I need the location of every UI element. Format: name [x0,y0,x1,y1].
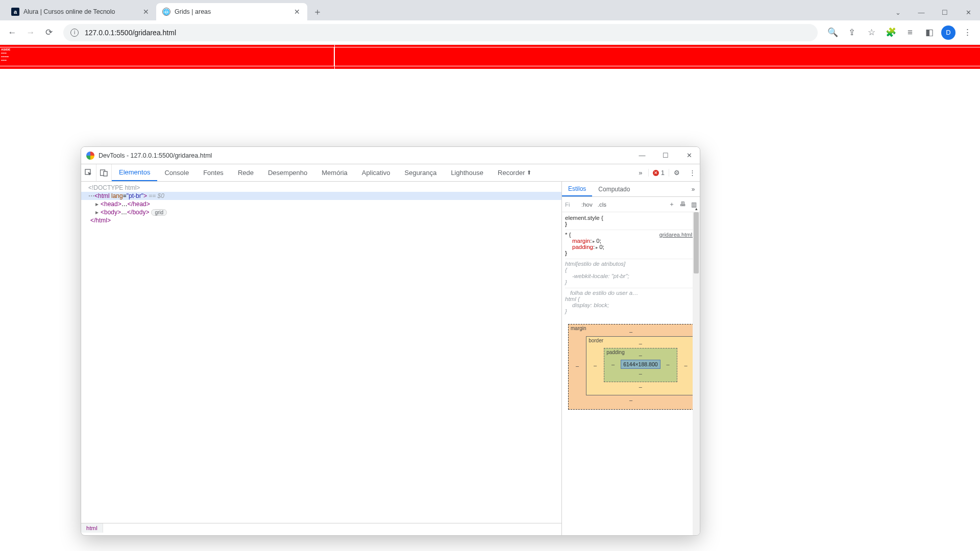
devtools-kebab-icon[interactable]: ⋮ [684,169,700,177]
rule-close: } [565,221,697,227]
site-info-icon[interactable]: i [70,29,79,37]
dom-doctype: <!DOCTYPE html> [81,184,561,192]
elements-panel: <!DOCTYPE html> ⋯<html lang="pt-br"> == … [81,182,562,535]
bookmark-icon[interactable]: ☆ [864,25,879,40]
profile-avatar[interactable]: D [941,26,955,40]
boxmodel-padding-label: padding [606,349,625,355]
boxmodel-content-size: 6144×188.800 [621,360,660,369]
grid-aside-cell: ASIDE▪▪▪▪▪▪▪▪▪▪▪▪▪▪▪▪▪ [0,47,335,66]
close-icon[interactable]: ✕ [293,8,301,16]
extensions-icon[interactable]: 🧩 [883,25,898,40]
device-toolbar-icon[interactable] [96,164,112,181]
tab-estilos[interactable]: Estilos [562,182,592,196]
reload-button[interactable]: ⟳ [42,26,56,40]
tab-desempenho[interactable]: Desempenho [261,164,314,181]
more-styles-tabs-icon[interactable]: » [687,182,700,196]
tab-fontes[interactable]: Fontes [196,164,231,181]
kebab-menu-icon[interactable]: ⋮ [960,25,975,40]
window-maximize-icon[interactable]: ☐ [660,152,671,159]
computed-toggle-icon[interactable]: 🖶 [680,201,686,208]
boxmodel-margin-label: margin [571,325,586,331]
scroll-up-icon[interactable]: ▴ [693,205,700,212]
settings-gear-icon[interactable]: ⚙ [669,169,684,177]
padding-right-value: – [666,361,671,367]
aside-heading: ASIDE [1,48,10,51]
dom-body[interactable]: ▸<body>…</body>grid [81,208,561,216]
scrollbar-thumb[interactable] [694,212,699,273]
devtools-panel-tabs: Elementos Console Fontes Rede Desempenho… [81,164,700,182]
more-panels-icon[interactable]: » [633,169,648,177]
tab-memoria[interactable]: Memória [314,164,355,181]
tab-lighthouse[interactable]: Lighthouse [444,164,491,181]
back-button[interactable]: ← [5,26,19,40]
new-style-rule-icon[interactable]: ＋ [669,201,675,208]
window-minimize-icon[interactable]: ― [910,4,933,20]
grid-badge[interactable]: grid [151,209,167,216]
dom-tree[interactable]: <!DOCTYPE html> ⋯<html lang="pt-br"> == … [81,182,561,523]
tab-aplicativo[interactable]: Aplicativo [355,164,398,181]
padding-bottom-value: – [610,370,670,377]
browser-tabstrip: a Alura | Cursos online de Tecnolo ✕ 🌐 G… [0,0,980,20]
tab-recorder[interactable]: Recorder⬆ [491,164,538,181]
error-counter[interactable]: ✕ 1 [648,169,669,177]
browser-tab-0[interactable]: a Alura | Cursos online de Tecnolo ✕ [5,3,156,20]
border-left-value: – [593,362,598,368]
window-maximize-icon[interactable]: ☐ [933,4,957,20]
devtools-title-text: DevTools - 127.0.0.1:5500/gridarea.html [99,152,212,159]
grid-main-cell [335,47,980,66]
dom-html-close: </html> [81,216,561,224]
share-icon[interactable]: ⇪ [844,25,860,40]
side-panel-icon[interactable]: ◧ [922,25,937,40]
svg-rect-2 [104,171,107,176]
styles-rules[interactable]: element.style { } gridarea.html:9 * { ma… [562,212,700,535]
border-top-value: – [593,340,688,346]
zoom-icon[interactable]: 🔍 [825,25,840,40]
hov-toggle[interactable]: :hov [581,202,593,208]
margin-top-value: – [576,329,686,335]
forward-button[interactable]: → [23,26,38,40]
tab-console[interactable]: Console [157,164,196,181]
new-tab-button[interactable]: ＋ [310,5,325,19]
boxmodel-border-label: border [589,338,603,343]
rule-html-selector: html { [565,296,697,302]
styles-filter-input[interactable]: Fi [565,202,576,208]
rule-html-attr: html[estilo de atributos] [565,261,697,267]
address-bar[interactable]: i 127.0.0.1:5500/gridarea.html [63,24,818,41]
tab-seguranca[interactable]: Segurança [398,164,444,181]
breadcrumb[interactable]: html [81,523,561,535]
cls-toggle[interactable]: .cls [598,202,606,208]
favicon-alura-icon: a [11,8,19,16]
dom-head[interactable]: ▸<head>…</head> [81,200,561,208]
chrome-logo-icon [86,152,94,160]
browser-tab-1[interactable]: 🌐 Grids | areas ✕ [156,3,307,20]
close-icon[interactable]: ✕ [142,8,150,16]
favicon-globe-icon: 🌐 [162,8,170,16]
window-minimize-icon[interactable]: ― [636,152,648,159]
margin-bottom-value: – [576,397,686,403]
tab-computado[interactable]: Computado [592,182,636,196]
devtools-titlebar[interactable]: DevTools - 127.0.0.1:5500/gridarea.html … [81,147,700,164]
window-close-icon[interactable]: ✕ [957,4,980,20]
error-dot-icon: ✕ [653,170,659,176]
devtools-window: DevTools - 127.0.0.1:5500/gridarea.html … [81,146,700,536]
rule-close: } [565,250,697,256]
box-model-diagram[interactable]: margin – – border – – padding [565,317,697,413]
chevron-down-icon[interactable]: ⌄ [886,4,910,20]
border-right-value: – [683,362,689,368]
rule-element-style: element.style { [565,215,697,221]
rule-close: } [565,279,697,285]
ua-stylesheet-label: folha de estilo do user a… [565,290,697,296]
tab-rede[interactable]: Rede [231,164,261,181]
error-count-text: 1 [661,169,665,177]
reading-list-icon[interactable]: ≡ [902,25,918,40]
tab-elementos[interactable]: Elementos [112,164,157,181]
browser-toolbar: ← → ⟳ i 127.0.0.1:5500/gridarea.html 🔍 ⇪… [0,20,980,45]
window-close-icon[interactable]: ✕ [683,152,695,159]
styles-scrollbar[interactable]: ▴ [693,212,700,535]
rule-source-link[interactable]: gridarea.html:9 [659,232,697,238]
inspect-element-icon[interactable] [81,164,96,181]
border-bottom-value: – [593,384,688,390]
tab-title: Grids | areas [175,8,293,15]
dom-html-open[interactable]: ⋯<html lang="pt-br"> == $0 [81,192,561,200]
recorder-badge-icon: ⬆ [527,169,531,176]
